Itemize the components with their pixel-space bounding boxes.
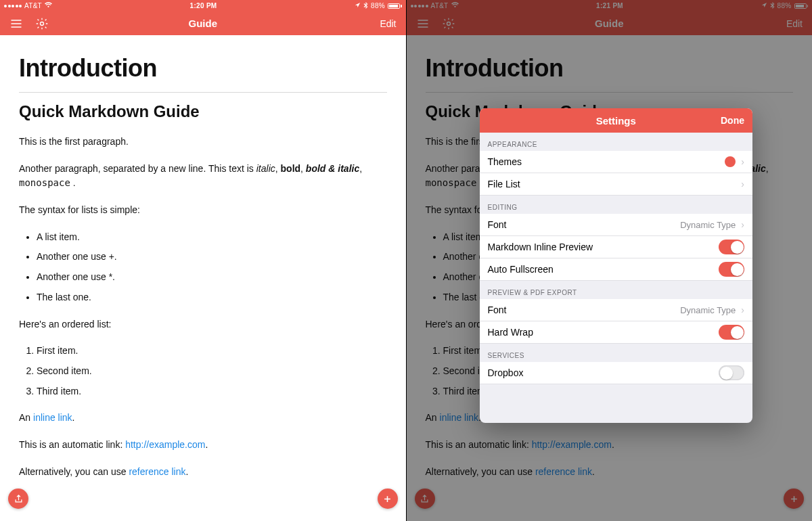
row-preview-font[interactable]: Font Dynamic Type› [480, 299, 753, 321]
battery-icon [388, 3, 402, 9]
section-header-preview: PREVIEW & PDF EXPORT [480, 281, 753, 299]
list-item: Third item. [37, 384, 387, 399]
modal-navbar: Settings Done [480, 108, 753, 133]
battery-percent: 88% [371, 2, 385, 9]
bluetooth-icon [363, 2, 368, 10]
para-3: The syntax for lists is simple: [19, 203, 387, 218]
location-icon [355, 2, 361, 9]
toggle-dropbox[interactable] [719, 365, 744, 380]
row-label: Font [488, 219, 507, 230]
reference-link[interactable]: reference link [129, 466, 185, 477]
para-2: Another paragraph, separated by a new li… [19, 162, 387, 191]
chevron-right-icon: › [741, 179, 744, 189]
auto-link[interactable]: http://example.com [125, 439, 205, 450]
list-item: First item. [37, 344, 387, 359]
hr [19, 92, 387, 93]
para-1: This is the first paragraph. [19, 135, 387, 150]
list-item: Another one use +. [37, 250, 387, 265]
row-label: Font [488, 304, 507, 315]
navbar: Guide Edit [0, 12, 406, 35]
wifi-icon [45, 2, 52, 9]
document-body: Introduction Quick Markdown Guide This i… [0, 35, 406, 521]
row-themes[interactable]: Themes › [480, 151, 753, 173]
row-inline-preview: Markdown Inline Preview [480, 236, 753, 258]
section-header-appearance: APPEARANCE [480, 133, 753, 151]
section-header-editing: EDITING [480, 196, 753, 214]
svg-point-0 [41, 22, 44, 25]
row-auto-fullscreen: Auto Fullscreen [480, 258, 753, 281]
modal-title: Settings [596, 115, 636, 127]
row-label: File List [488, 179, 520, 189]
chevron-right-icon: › [741, 219, 744, 230]
signal-dots-icon [4, 5, 22, 7]
edit-button[interactable]: Edit [380, 18, 396, 29]
gear-icon[interactable] [35, 17, 49, 30]
ordered-list: First item. Second item. Third item. [19, 344, 387, 399]
carrier-label: AT&T [24, 2, 42, 9]
para-4: Here's an ordered list: [19, 317, 387, 332]
unordered-list: A list item. Another one use +. Another … [19, 230, 387, 305]
status-bar: AT&T 1:20 PM 88% [0, 0, 406, 12]
row-value: Dynamic Type [680, 220, 736, 230]
theme-swatch-icon [725, 156, 736, 167]
row-file-list[interactable]: File List › [480, 173, 753, 196]
done-button[interactable]: Done [721, 115, 744, 126]
right-screenshot: AT&T 1:21 PM 88% Guide Edit Introduction… [407, 0, 813, 521]
list-item: Second item. [37, 364, 387, 379]
para-7: Alternatively, you can use reference lin… [19, 465, 387, 480]
inline-link[interactable]: inline link [33, 412, 72, 423]
left-screenshot: AT&T 1:20 PM 88% Guide Edit [0, 0, 406, 521]
row-label: Auto Fullscreen [488, 264, 554, 275]
para-5: An inline link. [19, 411, 387, 426]
page-title: Guide [0, 18, 406, 29]
share-button[interactable] [8, 489, 28, 509]
toggle-inline-preview[interactable] [719, 240, 744, 254]
chevron-right-icon: › [741, 156, 744, 167]
doc-h2: Quick Markdown Guide [19, 102, 387, 121]
status-time: 1:20 PM [190, 2, 217, 9]
list-item: A list item. [37, 230, 387, 245]
toggle-hard-wrap[interactable] [719, 325, 744, 340]
list-item: Another one use *. [37, 270, 387, 285]
row-value: Dynamic Type [680, 305, 736, 315]
row-label: Markdown Inline Preview [488, 242, 593, 252]
row-label: Hard Wrap [488, 327, 533, 338]
row-dropbox: Dropbox [480, 362, 753, 384]
row-editing-font[interactable]: Font Dynamic Type› [480, 214, 753, 236]
section-header-services: SERVICES [480, 344, 753, 362]
doc-h1: Introduction [19, 54, 387, 83]
row-label: Themes [488, 156, 522, 167]
toggle-auto-fullscreen[interactable] [719, 262, 744, 277]
add-button[interactable] [378, 489, 398, 509]
row-label: Dropbox [488, 367, 524, 378]
row-hard-wrap: Hard Wrap [480, 321, 753, 344]
para-6: This is an automatic link: http://exampl… [19, 438, 387, 453]
list-item: The last one. [37, 290, 387, 305]
menu-icon[interactable] [9, 17, 23, 30]
settings-modal: Settings Done APPEARANCE Themes › File L… [480, 108, 753, 423]
chevron-right-icon: › [741, 304, 744, 315]
